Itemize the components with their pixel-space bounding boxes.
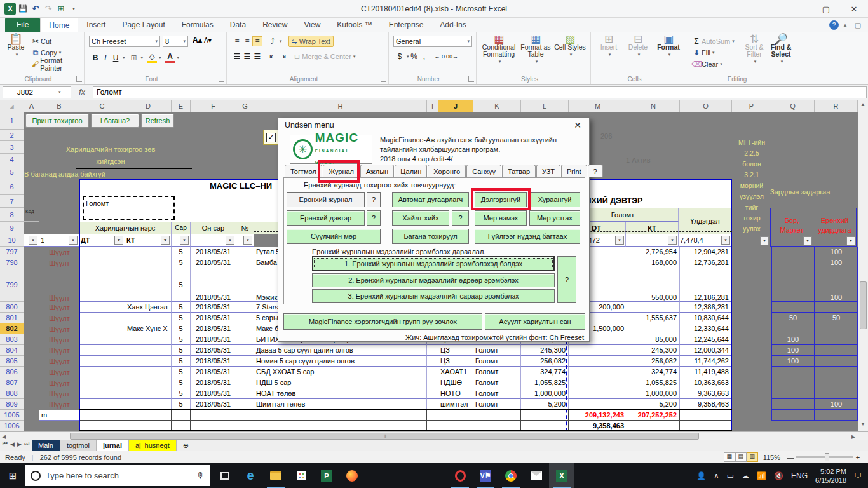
cell-M-808[interactable] <box>569 388 627 399</box>
conditional-formatting-button[interactable]: ▦Conditional Formatting▾ <box>480 36 517 65</box>
row-header-8[interactable]: 8 <box>0 208 24 222</box>
increase-decimal-icon[interactable]: ←.0 <box>435 53 445 60</box>
ribbon-tab-formulas[interactable]: Formulas <box>173 18 222 32</box>
cell-D-804[interactable] <box>125 345 172 356</box>
sheet-nav-1[interactable]: ◀ <box>10 441 15 447</box>
clock[interactable]: 5:02 PM6/15/2018 <box>815 467 846 485</box>
align-top-icon[interactable]: ≡ <box>232 37 242 46</box>
alignment-launcher-icon[interactable] <box>381 76 386 82</box>
paste-button[interactable]: 📋Paste▾ <box>5 36 27 58</box>
cell-E-808[interactable]: 5 <box>172 388 191 399</box>
sort-by-day-button[interactable]: 2. Ерөнхий журналыг мэдээллийг өдрөөр эр… <box>312 273 555 287</box>
cell-G-801[interactable] <box>236 313 254 323</box>
cell-G-802[interactable] <box>236 323 254 334</box>
cell-A-1005[interactable] <box>24 410 39 421</box>
cell-C-804[interactable] <box>79 345 125 356</box>
cell-P-807[interactable] <box>732 377 771 388</box>
dialog-tab-санхүү[interactable]: Санхүү <box>466 165 501 177</box>
cell-P-1006[interactable] <box>732 421 771 431</box>
cell-B-804[interactable]: Шүүлт <box>39 345 79 356</box>
p-filter-icon[interactable]: ▾ <box>760 236 769 245</box>
clipboard-launcher-icon[interactable] <box>76 76 82 82</box>
cell-K-806[interactable]: Голомт <box>473 367 521 377</box>
cell-D-807[interactable] <box>125 377 172 388</box>
cell-H-806[interactable]: СБД ХХОАТ 5 сар <box>254 367 427 377</box>
minimize-button[interactable]: — <box>784 0 812 18</box>
search-button[interactable]: Хайлт хийх <box>392 210 449 226</box>
new-sheet-tab[interactable]: ⊕ <box>177 440 195 451</box>
row-header-808[interactable]: 808 <box>0 388 24 399</box>
cell-F-808[interactable]: 2018/05/31 <box>191 388 236 399</box>
column-header-G[interactable]: G <box>236 100 254 112</box>
user-group-button[interactable]: MagicFinance хэрэглэгчдийн групп рүү зоч… <box>283 313 482 330</box>
dialog-tab-татвар[interactable]: Татвар <box>502 165 536 177</box>
dialog-title-bar[interactable]: Undsen menu ✕ <box>278 118 589 132</box>
number-format-combo[interactable]: General▾ <box>393 36 472 47</box>
cell-G-797[interactable] <box>236 247 254 257</box>
uldegdel-header[interactable]: Үлдэгдэл <box>679 208 732 234</box>
delete-cells-button[interactable]: ⊟Delete▾ <box>624 36 652 58</box>
select-all-corner[interactable]: ◢ <box>0 100 24 112</box>
row-header-797[interactable]: 797 <box>0 247 24 257</box>
cell-I-808[interactable] <box>427 388 438 399</box>
row-header-809[interactable]: 809 <box>0 399 24 410</box>
filter-cell[interactable]: 7,478,4▾ <box>679 234 732 247</box>
zoom-in-icon[interactable]: + <box>853 454 863 461</box>
cell-O-800[interactable]: 12,386,281 <box>680 302 732 313</box>
maximize-button[interactable]: ▢ <box>812 0 840 18</box>
wrap-text-button[interactable]: ⇋Wrap Text <box>288 36 334 47</box>
cell-A-802[interactable] <box>24 323 39 334</box>
close-button[interactable]: ✕ <box>840 0 868 18</box>
cell-N-797[interactable]: 2,726,954 <box>627 247 680 257</box>
cell-L-804[interactable]: 245,300 <box>521 345 569 356</box>
cell-N-802[interactable] <box>627 323 680 334</box>
help-icon[interactable]: ? <box>829 20 839 30</box>
cell-D-799[interactable] <box>125 268 172 302</box>
sheet-nav-2[interactable]: ▶ <box>17 441 22 447</box>
cell-A-805[interactable] <box>24 356 39 367</box>
cell-I-804[interactable] <box>427 345 438 356</box>
cell-N-805[interactable]: 256,082 <box>627 356 680 367</box>
cell-D-803[interactable] <box>125 334 172 345</box>
cell-N-804[interactable]: 245,300 <box>627 345 680 356</box>
no-header[interactable]: № <box>236 222 254 234</box>
visual-studio-icon[interactable]: V⚑ <box>473 463 498 488</box>
faq-button[interactable]: Асуулт хариултын сан <box>485 313 585 330</box>
dialog-close-icon[interactable]: ✕ <box>571 120 584 130</box>
cell-N-801[interactable]: 1,555,637 <box>627 313 680 323</box>
row-header-5[interactable]: 5 <box>0 165 24 179</box>
cell-P-1005[interactable] <box>732 410 771 421</box>
cell-O-803[interactable]: 12,245,644 <box>680 334 732 345</box>
cell-D-800[interactable]: Ханх Цэнгэл <box>125 302 172 313</box>
cell-B-800[interactable]: Шүүлт <box>39 302 79 313</box>
column-header-R[interactable]: R <box>815 100 858 112</box>
cell-R-806[interactable] <box>815 367 858 377</box>
cell-L-806[interactable]: 324,774 <box>521 367 569 377</box>
cell-Q-1005[interactable] <box>771 410 815 421</box>
cell-C-803[interactable] <box>79 334 125 345</box>
chrome-icon[interactable] <box>498 463 524 488</box>
row-header-805[interactable]: 805 <box>0 356 24 367</box>
orientation-icon[interactable]: ⤴ <box>268 37 278 46</box>
cell-G-803[interactable] <box>236 334 254 345</box>
cell-B-801[interactable]: Шүүлт <box>39 313 79 323</box>
align-bottom-icon[interactable]: ≡ <box>252 36 262 46</box>
column-header-B[interactable]: B <box>39 100 79 112</box>
cell-P-804[interactable] <box>732 345 771 356</box>
row-header-800[interactable]: 800 <box>0 302 24 313</box>
cell-N-806[interactable]: 324,774 <box>627 367 680 377</box>
fill-color-icon[interactable]: ◇ <box>147 52 157 63</box>
cell-E-806[interactable]: 5 <box>172 367 191 377</box>
cell-R-797[interactable]: 100 <box>815 247 858 257</box>
cell-P-800[interactable] <box>732 302 771 313</box>
horizontal-scroll-thumb[interactable]: ⦀ <box>70 433 699 440</box>
cell-J-1005[interactable] <box>438 410 473 421</box>
ribbon-tab-enterprise[interactable]: Enterprise <box>381 18 432 32</box>
cell-E-805[interactable]: 5 <box>172 356 191 367</box>
cell-R-800[interactable] <box>815 302 858 313</box>
cell-C-1005[interactable] <box>79 410 125 421</box>
ribbon-tab-page-layout[interactable]: Page Layout <box>114 18 173 32</box>
autosum-button[interactable]: ΣAutoSum▾ <box>691 36 735 47</box>
cell-G-808[interactable] <box>236 388 254 399</box>
action-center-icon[interactable]: 🗨 <box>854 471 862 480</box>
